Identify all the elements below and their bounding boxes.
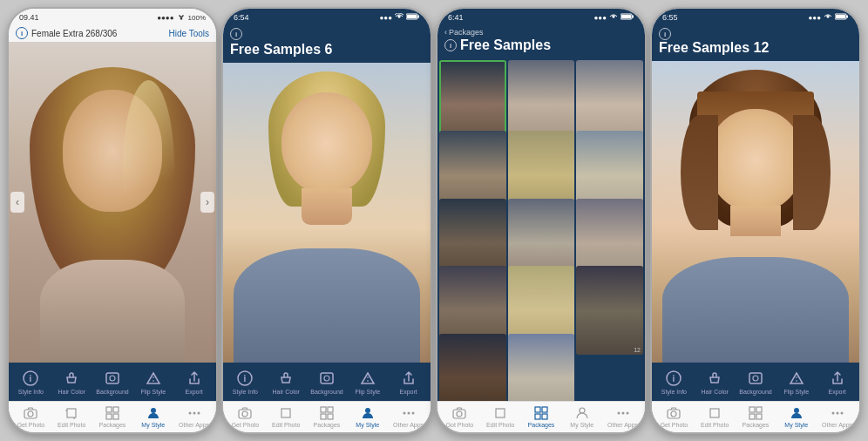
phone3-info-btn[interactable]: i [444, 39, 457, 51]
phone1-info-button[interactable]: i [16, 27, 28, 39]
phone2-info-btn[interactable]: i [230, 28, 242, 40]
phone2-edit-photo-label: Edit Photo [272, 422, 300, 428]
phone2-crop-icon [278, 405, 294, 421]
svg-rect-48 [542, 414, 547, 419]
phone2-battery-icon [406, 13, 420, 22]
phone4-person-icon [789, 405, 804, 421]
phone1-tab-other-apps[interactable]: Other Apps [173, 405, 214, 428]
phone4-background-label: Background [739, 389, 771, 395]
phone4-bucket-icon [705, 369, 724, 388]
phone4-tab-my-style[interactable]: My Style [776, 405, 817, 428]
svg-rect-30 [281, 409, 290, 417]
phone4-my-style-label: My Style [784, 422, 808, 428]
phone1-style-info-btn[interactable]: i Style Info [10, 369, 51, 395]
phone3-tab-get-photo[interactable]: Got Photo [439, 405, 480, 428]
phone1-hide-tools-button[interactable]: Hide Tools [168, 29, 209, 38]
phone1-time: 09.41 [19, 13, 39, 22]
phone1-hair-color-btn[interactable]: Hair Color [51, 369, 92, 395]
grid-item-14[interactable]: 14 [508, 334, 575, 401]
svg-point-16 [188, 412, 191, 415]
phone1-nav-right[interactable]: › [200, 192, 214, 213]
phone2-background-btn[interactable]: Background [307, 369, 348, 395]
svg-point-37 [407, 412, 410, 415]
phone4-flip-icon [787, 369, 806, 388]
grid-item-13[interactable]: 13 [439, 334, 506, 401]
phone2-other-apps-label: Other Apps [393, 422, 424, 428]
phone2-tab-packages[interactable]: Packages [307, 405, 348, 428]
svg-rect-41 [621, 15, 631, 18]
phone2-share-icon [399, 369, 418, 388]
phone4-tab-edit-photo[interactable]: Edit Photo [695, 405, 736, 428]
phone4-flip-btn[interactable]: Flip Style [776, 369, 817, 395]
phone3-grid: 1 2 3 4 5 6 [437, 58, 645, 401]
phone1-export-btn[interactable]: Export [173, 369, 214, 395]
svg-rect-54 [846, 16, 848, 18]
phone4-tab-packages[interactable]: Packages [736, 405, 776, 428]
phone1-packages-label: Packages [99, 422, 126, 428]
phone4-status-icons: ●●● [809, 13, 850, 22]
phone1-hair-color-label: Hair Color [58, 389, 85, 395]
phone3-time: 6:41 [448, 13, 464, 22]
phone1-style-info-label: Style Info [18, 389, 44, 395]
svg-rect-64 [710, 409, 719, 417]
phone4-time: 6:55 [662, 13, 678, 22]
svg-point-36 [403, 412, 405, 415]
phone1-tab-get-photo[interactable]: Get Photo [10, 405, 51, 428]
svg-rect-11 [106, 407, 112, 412]
phone3-tab-my-style[interactable]: My Style [561, 405, 602, 428]
phone2-tab-my-style[interactable]: My Style [347, 405, 388, 428]
phone2-status-bar: 6:54 ●●● [223, 9, 431, 24]
phone3-tab-packages[interactable]: Packages [521, 405, 562, 428]
phone2-tab-edit-photo[interactable]: Edit Photo [266, 405, 307, 428]
svg-rect-8 [67, 409, 76, 417]
phone4-grid-icon [748, 405, 763, 421]
phone2-export-btn[interactable]: Export [388, 369, 429, 395]
phone2-my-style-label: My Style [356, 422, 379, 428]
phone3-tab-edit-photo[interactable]: Edit Photo [480, 405, 521, 428]
phone4-tab-other-apps[interactable]: Other Apps [817, 405, 858, 428]
svg-point-72 [840, 412, 843, 415]
phone3-back-btn[interactable]: ‹ Packages [444, 28, 638, 37]
phone4-export-btn[interactable]: Export [817, 369, 858, 395]
phone4-style-info-btn[interactable]: i Style Info [654, 369, 695, 395]
phone4-packages-label: Packages [743, 422, 770, 428]
phone4-tab-get-photo[interactable]: Get Photo [654, 405, 695, 428]
phone3-back-chevron: ‹ [444, 28, 447, 37]
phone2-hair-color-btn[interactable]: Hair Color [266, 369, 307, 395]
svg-rect-45 [535, 407, 540, 412]
phone1-flip-style-btn[interactable]: Flip Style [132, 369, 173, 395]
svg-point-51 [621, 412, 624, 415]
phone2-tab-other-apps[interactable]: Other Apps [388, 405, 429, 428]
svg-rect-65 [749, 407, 755, 412]
phone3-edit-photo-label: Edit Photo [486, 422, 514, 428]
phone1-dots-icon [186, 405, 202, 421]
phone1-app-header: i Female Extra 268/306 Hide Tools [9, 24, 216, 42]
svg-point-3 [110, 376, 115, 381]
phone2-style-info-btn[interactable]: i Style Info [225, 369, 266, 395]
phone3-status-bar: 6:41 ●●● [437, 9, 645, 24]
phone-3: 6:41 ●●● ‹ Packages i Free Samples [436, 7, 647, 434]
svg-point-38 [411, 412, 414, 415]
phone4-info-btn[interactable]: i [659, 28, 671, 40]
svg-point-70 [831, 412, 834, 415]
phone4-background-btn[interactable]: Background [736, 369, 776, 395]
phone2-flip-btn[interactable]: Flip Style [347, 369, 388, 395]
phone1-background-label: Background [96, 389, 128, 395]
phone1-background-btn[interactable]: Background [92, 369, 133, 395]
phone1-tab-packages[interactable]: Packages [92, 405, 133, 428]
phone2-style-info-label: Style Info [233, 389, 258, 395]
phone1-tab-edit-photo[interactable]: Edit Photo [51, 405, 92, 428]
grid-item-empty [576, 334, 643, 401]
phone4-edit-photo-label: Edit Photo [701, 422, 729, 428]
phone3-tab-other-apps[interactable]: Other Apps [602, 405, 643, 428]
phone2-tab-get-photo[interactable]: Get Photo [225, 405, 266, 428]
svg-rect-68 [756, 414, 762, 419]
svg-point-49 [580, 408, 585, 413]
phone1-nav-left[interactable]: ‹ [10, 192, 24, 213]
phone1-tab-my-style[interactable]: My Style [132, 405, 173, 428]
phone4-hair-color-btn[interactable]: Hair Color [695, 369, 736, 395]
phone4-crop-icon [707, 405, 722, 421]
svg-point-69 [794, 408, 799, 413]
phone1-person-area [9, 42, 216, 363]
phone3-packages-label: Packages [528, 422, 555, 428]
